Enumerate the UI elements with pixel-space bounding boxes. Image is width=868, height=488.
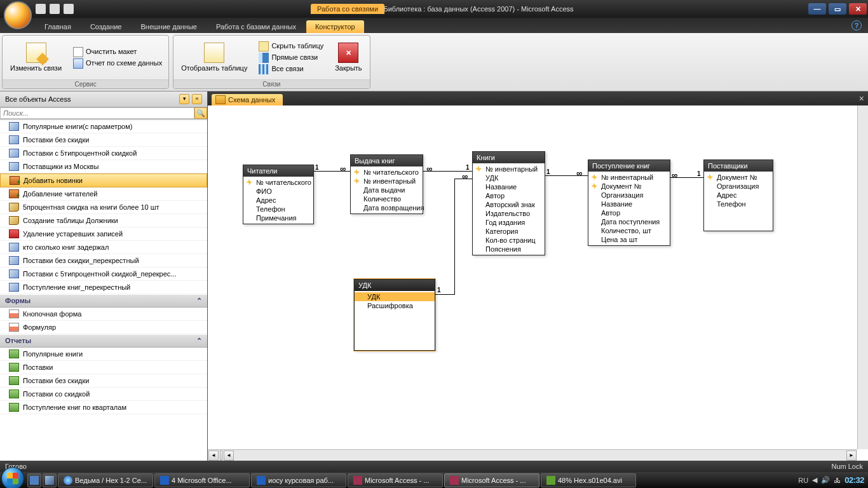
table-readers[interactable]: Читатели № читательского ФИО Адрес Телеф…	[243, 165, 314, 224]
field[interactable]: Кол-во страниц	[473, 236, 545, 245]
relation-line[interactable]	[454, 179, 455, 295]
table-books[interactable]: Книги № инвентарный УДК Название Автор А…	[472, 151, 545, 255]
field[interactable]: № читательского	[243, 178, 313, 187]
nav-header[interactable]: Все объекты Access ▾«	[0, 92, 207, 107]
doc-close-icon[interactable]: ×	[859, 93, 864, 104]
nav-dropdown-icon[interactable]: ▾	[179, 94, 189, 104]
nav-category-forms[interactable]: Формы⌃	[0, 294, 207, 308]
taskbar-item[interactable]: Microsoft Access - ...	[444, 473, 539, 487]
taskbar-item[interactable]: иосу курсовая раб...	[251, 473, 346, 487]
field[interactable]: УДК	[473, 173, 545, 182]
undo-icon[interactable]	[50, 4, 60, 14]
field[interactable]: Название	[588, 200, 670, 208]
table-receipt[interactable]: Поступление книг № инвентарный Документ …	[588, 159, 670, 246]
field[interactable]: Количество	[351, 194, 423, 203]
field[interactable]: Адрес	[243, 196, 313, 205]
table-udk[interactable]: УДК УДК Расшифровка	[354, 279, 435, 351]
field[interactable]: Дата поступления	[588, 217, 670, 226]
table-title[interactable]: Поступление книг	[588, 160, 670, 172]
list-item[interactable]: Поставки	[0, 361, 207, 374]
field[interactable]: Организация	[704, 182, 773, 191]
tray-icon[interactable]: ◀	[812, 476, 817, 484]
taskbar-item[interactable]: 48% Hex.s01e04.avi	[541, 473, 636, 487]
show-table-button[interactable]: Отобразить таблицу	[177, 41, 251, 73]
field[interactable]: Пояснения	[473, 245, 545, 254]
tab-design[interactable]: Конструктор	[306, 20, 364, 33]
list-item[interactable]: Формуляр	[0, 321, 207, 334]
field[interactable]: Организация	[588, 191, 670, 200]
vertical-scrollbar[interactable]	[857, 105, 868, 449]
field[interactable]: Дата выдачи	[351, 186, 423, 194]
table-title[interactable]: Выдача книг	[351, 155, 423, 166]
field[interactable]: № инвентарный	[351, 177, 423, 186]
field[interactable]: Телефон	[704, 200, 773, 208]
taskbar-item[interactable]: 4 Microsoft Office...	[154, 473, 250, 487]
office-button[interactable]	[4, 1, 32, 29]
scroll-left2-icon[interactable]: ◄	[224, 451, 234, 461]
direct-relationships-button[interactable]: Прямые связи	[256, 52, 326, 64]
field[interactable]: Количество, шт	[588, 226, 670, 235]
close-button[interactable]: ✕	[849, 3, 867, 15]
tab-external[interactable]: Внешние данные	[132, 20, 206, 33]
table-title[interactable]: Книги	[473, 152, 545, 163]
list-item[interactable]: Добавить новинки	[0, 173, 207, 187]
list-item[interactable]: Поставки с 5типроцентной скидкой_перекре…	[0, 268, 207, 281]
edit-relationships-button[interactable]: Изменить связи	[6, 41, 65, 73]
scroll-split-icon[interactable]	[220, 451, 222, 461]
quicklaunch-item[interactable]	[27, 473, 41, 487]
close-view-button[interactable]: ✕ Закрыть	[331, 41, 365, 73]
tray-volume-icon[interactable]: 🔊	[821, 476, 830, 484]
table-issue[interactable]: Выдача книг № читательского № инвентарны…	[350, 154, 423, 214]
field[interactable]: Документ №	[704, 173, 773, 182]
taskbar-item[interactable]: Microsoft Access - ...	[348, 473, 443, 487]
list-item[interactable]: Поставки без скидки_перекрестный	[0, 254, 207, 268]
hide-table-button[interactable]: Скрыть таблицу	[256, 41, 326, 52]
field[interactable]: Автор	[588, 208, 670, 217]
nav-category-reports[interactable]: Отчеты⌃	[0, 334, 207, 348]
field[interactable]: Дата возвращения	[351, 203, 423, 212]
redo-icon[interactable]	[64, 4, 74, 14]
field[interactable]: Документ №	[588, 182, 670, 191]
list-item[interactable]: Кнопочная форма	[0, 308, 207, 321]
minimize-button[interactable]: —	[808, 3, 826, 15]
clock[interactable]: 02:32	[844, 475, 864, 485]
taskbar-item[interactable]: Ведьма / Hex 1-2 Се...	[58, 473, 153, 487]
list-item[interactable]: Поставки со скидкой	[0, 388, 207, 401]
field[interactable]: Название	[473, 182, 545, 191]
relationship-report-button[interactable]: Отчет по схеме данных	[71, 58, 165, 69]
quicklaunch-item[interactable]	[43, 473, 57, 487]
document-tab[interactable]: Схема данных	[212, 94, 283, 105]
field[interactable]: ФИО	[243, 187, 313, 196]
search-icon[interactable]: 🔍	[194, 107, 207, 119]
list-item[interactable]: Добавление читателей	[0, 187, 207, 201]
all-relationships-button[interactable]: Все связи	[256, 64, 326, 75]
clear-layout-button[interactable]: Очистить макет	[71, 46, 165, 58]
start-button[interactable]	[1, 467, 24, 489]
save-icon[interactable]	[36, 4, 46, 14]
list-item[interactable]: Поставки без скидки	[0, 374, 207, 388]
help-icon[interactable]: ?	[851, 20, 862, 30]
field[interactable]: Авторский знак	[473, 200, 545, 209]
field[interactable]: Категория	[473, 227, 545, 236]
list-item[interactable]: Поставщики из Москвы	[0, 160, 207, 173]
list-item[interactable]: Поставки без скидки	[0, 133, 207, 147]
list-item[interactable]: Популярные книги(с параметром)	[0, 119, 207, 133]
field[interactable]: Адрес	[704, 191, 773, 200]
field[interactable]: № читательского	[351, 168, 423, 177]
maximize-button[interactable]: ▭	[829, 3, 846, 15]
field[interactable]: № инвентарный	[473, 165, 545, 173]
field[interactable]: Расшифровка	[355, 301, 435, 310]
list-item[interactable]: 5процентная скидка на книги более 10 шт	[0, 201, 207, 214]
list-item[interactable]: кто сколько книг задержал	[0, 241, 207, 254]
scroll-left-icon[interactable]: ◄	[208, 451, 219, 461]
field[interactable]: Телефон	[243, 205, 313, 214]
relationships-canvas[interactable]: Читатели № читательского ФИО Адрес Телеф…	[208, 105, 868, 461]
tab-home[interactable]: Главная	[36, 20, 80, 33]
list-item[interactable]: Поступление книг_перекрестный	[0, 281, 207, 294]
list-item[interactable]: Популярные книги	[0, 348, 207, 361]
search-input[interactable]	[0, 107, 194, 119]
field[interactable]: № инвентарный	[588, 173, 670, 182]
field[interactable]: Примечания	[243, 214, 313, 222]
table-title[interactable]: УДК	[355, 280, 435, 291]
tab-dbtools[interactable]: Работа с базами данных	[207, 20, 305, 33]
